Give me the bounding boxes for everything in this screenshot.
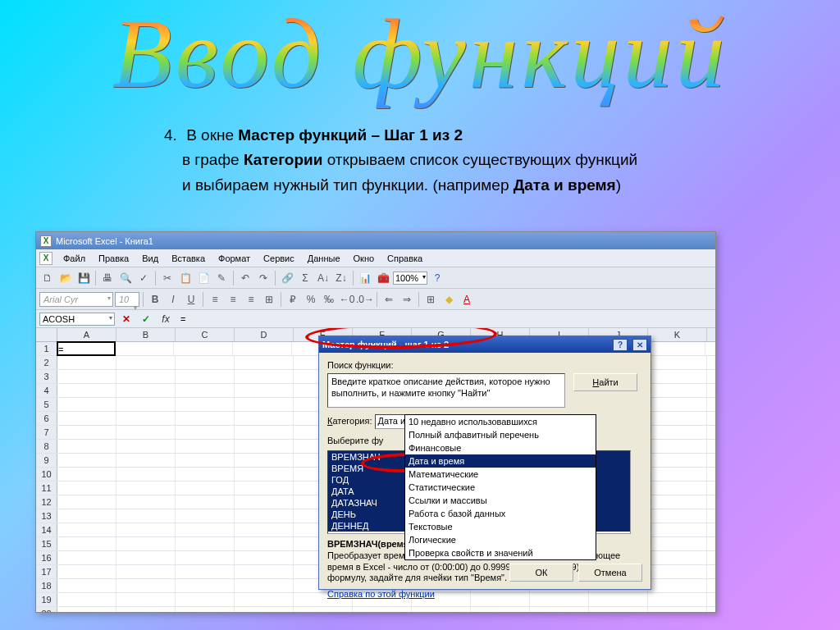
cell-A8[interactable]	[57, 440, 116, 453]
cut-icon[interactable]: ✂	[159, 270, 176, 286]
cell-A7[interactable]	[57, 426, 116, 439]
select-all-corner[interactable]	[36, 328, 57, 341]
cell-D9[interactable]	[235, 454, 294, 467]
cell-A11[interactable]	[57, 482, 116, 495]
cell-B4[interactable]	[116, 384, 176, 397]
cell-C11[interactable]	[176, 482, 235, 495]
paste-icon[interactable]: 📄	[195, 270, 212, 286]
cell-C12[interactable]	[176, 495, 235, 509]
indent-inc-icon[interactable]: ⇒	[399, 291, 415, 308]
font-color-icon[interactable]: A	[459, 291, 475, 308]
fill-color-icon[interactable]: ◆	[441, 291, 457, 308]
cell-D12[interactable]	[235, 495, 294, 509]
cell-C5[interactable]	[176, 398, 235, 411]
italic-icon[interactable]: I	[165, 291, 181, 308]
cell-A10[interactable]	[57, 468, 116, 481]
cell-B5[interactable]	[116, 398, 176, 411]
menu-insert[interactable]: Вставка	[166, 251, 211, 266]
row-header-15[interactable]: 15	[36, 537, 57, 550]
cell-K1[interactable]	[646, 342, 705, 355]
row-header-18[interactable]: 18	[36, 579, 57, 592]
row-header-7[interactable]: 7	[36, 426, 57, 439]
row-header-14[interactable]: 14	[36, 523, 57, 536]
category-option-4[interactable]: Математические	[405, 468, 596, 481]
category-option-6[interactable]: Ссылки и массивы	[405, 494, 596, 507]
cell-D10[interactable]	[235, 468, 294, 481]
font-name-select[interactable]: Arial Cyr	[39, 292, 113, 307]
cell-C17[interactable]	[176, 565, 235, 578]
cell-B18[interactable]	[116, 579, 176, 592]
row-header-6[interactable]: 6	[36, 412, 57, 425]
cell-B8[interactable]	[116, 440, 176, 453]
cell-B3[interactable]	[116, 370, 176, 383]
sort-desc-icon[interactable]: Z↓	[333, 270, 349, 286]
row-header-19[interactable]: 19	[36, 593, 57, 606]
formula-value[interactable]: =	[177, 314, 185, 324]
cell-J20[interactable]	[589, 607, 648, 612]
cancel-button[interactable]: Отмена	[578, 564, 642, 582]
cell-D16[interactable]	[235, 551, 294, 564]
cell-K20[interactable]	[648, 607, 707, 612]
percent-icon[interactable]: %	[303, 291, 319, 308]
search-textarea[interactable]: Введите краткое описание действия, котор…	[327, 373, 565, 408]
align-left-icon[interactable]: ≡	[207, 291, 223, 308]
row-header-11[interactable]: 11	[36, 482, 57, 495]
cell-K11[interactable]	[648, 482, 707, 495]
col-B[interactable]: B	[116, 328, 176, 341]
cell-A6[interactable]	[57, 412, 116, 425]
category-option-1[interactable]: Полный алфавитный перечень	[405, 428, 596, 441]
dec-inc-icon[interactable]: ←0	[339, 291, 355, 308]
cell-C7[interactable]	[176, 426, 235, 439]
col-A[interactable]: A	[57, 328, 116, 341]
cell-C4[interactable]	[176, 384, 235, 397]
cell-B9[interactable]	[116, 454, 176, 467]
cell-A16[interactable]	[57, 551, 116, 564]
wizard-close-button[interactable]: ✕	[632, 339, 647, 351]
cell-K7[interactable]	[648, 426, 707, 439]
cell-C8[interactable]	[176, 440, 235, 453]
cell-C13[interactable]	[176, 509, 235, 523]
cell-D11[interactable]	[235, 482, 294, 495]
cell-B1[interactable]	[115, 342, 174, 355]
save-icon[interactable]: 💾	[75, 270, 92, 286]
cell-C18[interactable]	[176, 579, 235, 592]
cell-B15[interactable]	[116, 537, 176, 550]
merge-icon[interactable]: ⊞	[261, 291, 277, 308]
cell-K16[interactable]	[648, 551, 707, 564]
borders-icon[interactable]: ⊞	[422, 291, 439, 308]
cell-B6[interactable]	[116, 412, 176, 425]
row-header-10[interactable]: 10	[36, 468, 57, 481]
row-header-17[interactable]: 17	[36, 565, 57, 578]
cell-D17[interactable]	[235, 565, 294, 578]
cell-K13[interactable]	[648, 509, 707, 523]
cell-D4[interactable]	[235, 384, 294, 397]
cell-C3[interactable]	[176, 370, 235, 383]
cell-K9[interactable]	[648, 454, 707, 467]
cell-H20[interactable]	[471, 607, 530, 612]
row-header-4[interactable]: 4	[36, 384, 57, 397]
align-right-icon[interactable]: ≡	[243, 291, 259, 308]
align-center-icon[interactable]: ≡	[225, 291, 241, 308]
indent-dec-icon[interactable]: ⇐	[381, 291, 397, 308]
cell-K6[interactable]	[648, 412, 707, 425]
cell-K8[interactable]	[648, 440, 707, 453]
category-option-7[interactable]: Работа с базой данных	[405, 507, 596, 520]
cell-B13[interactable]	[116, 509, 176, 523]
print-icon[interactable]: 🖶	[99, 270, 116, 286]
col-D[interactable]: D	[235, 328, 294, 341]
cell-D2[interactable]	[235, 356, 294, 369]
cell-D20[interactable]	[235, 607, 294, 612]
row-header-9[interactable]: 9	[36, 454, 57, 467]
redo-icon[interactable]: ↷	[255, 270, 272, 286]
row-header-2[interactable]: 2	[36, 356, 57, 369]
cell-D14[interactable]	[235, 523, 294, 536]
cell-B14[interactable]	[116, 523, 176, 536]
cell-F20[interactable]	[353, 607, 412, 612]
cell-K18[interactable]	[648, 579, 707, 592]
fx-icon[interactable]: fx	[158, 311, 174, 327]
cell-D6[interactable]	[235, 412, 294, 425]
help-icon[interactable]: ?	[429, 270, 445, 286]
cell-D5[interactable]	[235, 398, 294, 411]
cell-A5[interactable]	[57, 398, 116, 411]
wizard-help-button[interactable]: ?	[613, 339, 628, 351]
